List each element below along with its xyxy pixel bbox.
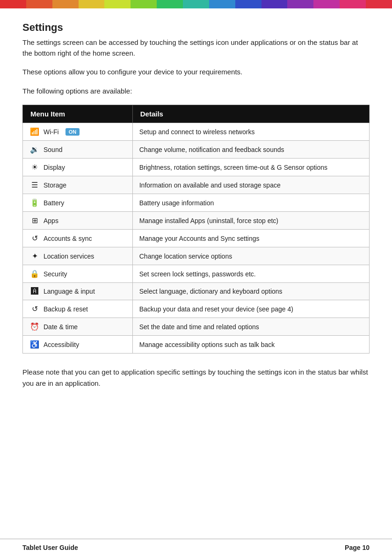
menu-item-label: Language & input	[44, 288, 95, 295]
table-row: 🔋BatteryBattery usage information	[23, 194, 370, 212]
detail-cell: Change volume, notification and feedback…	[132, 141, 369, 159]
rainbow-segment	[131, 0, 157, 8]
footer-page-number: Page 10	[345, 544, 370, 551]
menu-item-cell: 🔒Security	[23, 265, 133, 283]
table-row: ⏰Date & timeSet the date and time and re…	[23, 318, 370, 336]
rainbow-segment	[340, 0, 366, 8]
rainbow-segment	[313, 0, 340, 8]
rainbow-segment	[104, 0, 131, 8]
accounts-icon: ↺	[29, 234, 40, 243]
rainbow-segment	[79, 0, 105, 8]
detail-cell: Manage accessibility options such as tal…	[132, 336, 369, 354]
rainbow-segment	[52, 0, 79, 8]
table-row: ☀DisplayBrightness, rotation settings, s…	[23, 159, 370, 176]
menu-item-cell: 🅰Language & input	[23, 283, 133, 300]
intro-paragraph-3: The following options are available:	[22, 86, 370, 97]
storage-icon: ☰	[29, 181, 40, 189]
menu-item-cell: ♿Accessibility	[23, 336, 133, 354]
table-row: 🔒SecuritySet screen lock settings, passw…	[23, 265, 370, 283]
table-header-details: Details	[132, 105, 369, 123]
detail-cell: Manage your Accounts and Sync settings	[132, 230, 369, 247]
table-row: ↺Backup & resetBackup your data and rese…	[23, 300, 370, 318]
menu-item-label: Display	[44, 164, 65, 171]
menu-item-label: Wi-Fi	[44, 128, 59, 136]
table-row: 🅰Language & inputSelect language, dictio…	[23, 283, 370, 300]
detail-cell: Change location service options	[132, 247, 369, 265]
menu-item-cell: 🔋Battery	[23, 194, 133, 212]
footer-left-label: Tablet User Guide	[22, 544, 78, 551]
detail-cell: Select language, dictionary and keyboard…	[132, 283, 369, 300]
location-icon: ✦	[29, 252, 40, 260]
detail-cell: Set the date and time and related option…	[132, 318, 369, 336]
wifi-on-badge: ON	[65, 128, 80, 136]
wifi-icon: 📶	[29, 127, 40, 136]
security-icon: 🔒	[29, 269, 40, 278]
page-title: Settings	[22, 22, 370, 34]
menu-item-cell: 📶Wi-FiON	[23, 123, 133, 141]
menu-item-label: Location services	[44, 253, 94, 260]
footer-note: Please note that you can get to applicat…	[22, 367, 370, 389]
rainbow-segment	[157, 0, 183, 8]
table-row: ♿AccessibilityManage accessibility optio…	[23, 336, 370, 354]
detail-cell: Information on available and used storag…	[132, 176, 369, 194]
settings-table: Menu Item Details 📶Wi-FiONSetup and conn…	[22, 105, 370, 354]
rainbow-segment	[261, 0, 288, 8]
intro-paragraph-2: These options allow you to configure you…	[22, 67, 370, 78]
detail-cell: Set screen lock settings, passwords etc.	[132, 265, 369, 283]
footer-bar: Tablet User Guide Page 10	[0, 539, 392, 556]
menu-item-label: Accounts & sync	[44, 235, 92, 242]
menu-item-cell: ☀Display	[23, 159, 133, 176]
datetime-icon: ⏰	[29, 322, 40, 331]
menu-item-label: Security	[44, 270, 67, 278]
detail-cell: Backup your data and reset your device (…	[132, 300, 369, 318]
detail-cell: Setup and connect to wireless networks	[132, 123, 369, 141]
menu-item-label: Sound	[44, 146, 62, 153]
menu-item-cell: ⏰Date & time	[23, 318, 133, 336]
menu-item-cell: ↺Backup & reset	[23, 300, 133, 318]
menu-item-label: Storage	[44, 181, 66, 189]
table-row: 📶Wi-FiONSetup and connect to wireless ne…	[23, 123, 370, 141]
menu-item-label: Battery	[44, 199, 64, 207]
menu-item-cell: ✦Location services	[23, 247, 133, 265]
rainbow-segment	[366, 0, 392, 8]
table-header-menu: Menu Item	[23, 105, 133, 123]
menu-item-label: Backup & reset	[44, 305, 88, 313]
menu-item-cell: ⊞Apps	[23, 212, 133, 230]
language-icon: 🅰	[29, 287, 40, 296]
apps-icon: ⊞	[29, 216, 40, 225]
rainbow-segment	[209, 0, 235, 8]
display-icon: ☀	[29, 163, 40, 172]
menu-item-label: Apps	[44, 217, 58, 224]
intro-paragraph-1: The settings screen can be accessed by t…	[22, 37, 370, 58]
table-row: ☰StorageInformation on available and use…	[23, 176, 370, 194]
menu-item-cell: ☰Storage	[23, 176, 133, 194]
detail-cell: Manage installed Apps (uninstall, force …	[132, 212, 369, 230]
table-row: ✦Location servicesChange location servic…	[23, 247, 370, 265]
rainbow-segment	[0, 0, 26, 8]
menu-item-cell: 🔉Sound	[23, 141, 133, 159]
rainbow-segment	[26, 0, 52, 8]
table-row: ↺Accounts & syncManage your Accounts and…	[23, 230, 370, 247]
detail-cell: Battery usage information	[132, 194, 369, 212]
rainbow-segment	[235, 0, 261, 8]
sound-icon: 🔉	[29, 145, 40, 154]
table-row: 🔉SoundChange volume, notification and fe…	[23, 141, 370, 159]
backup-icon: ↺	[29, 304, 40, 313]
menu-item-label: Date & time	[44, 323, 78, 331]
rainbow-bar	[0, 0, 392, 8]
menu-item-cell: ↺Accounts & sync	[23, 230, 133, 247]
menu-item-label: Accessibility	[44, 341, 79, 348]
accessibility-icon: ♿	[29, 340, 40, 349]
rainbow-segment	[183, 0, 209, 8]
detail-cell: Brightness, rotation settings, screen ti…	[132, 159, 369, 176]
table-row: ⊞AppsManage installed Apps (uninstall, f…	[23, 212, 370, 230]
rainbow-segment	[287, 0, 313, 8]
battery-icon: 🔋	[29, 198, 40, 207]
